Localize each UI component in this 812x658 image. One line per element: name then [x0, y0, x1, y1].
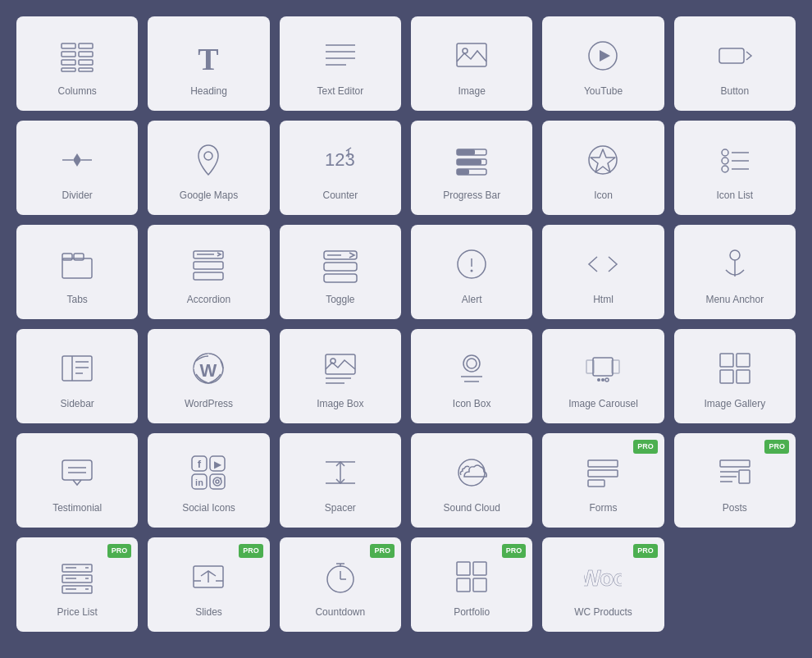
widget-card-toggle[interactable]: Toggle: [280, 225, 401, 319]
svg-rect-1: [79, 43, 93, 48]
widget-card-sidebar[interactable]: Sidebar: [16, 329, 138, 423]
sound-cloud-icon: [450, 451, 493, 494]
google-maps-icon: [187, 139, 230, 181]
portfolio-label: Portfolio: [454, 606, 490, 618]
toggle-icon: [319, 243, 362, 286]
svg-text:123: 123: [325, 149, 355, 170]
svg-marker-16: [600, 50, 610, 62]
image-carousel-icon: [582, 347, 624, 390]
widget-card-tabs[interactable]: Tabs: [16, 225, 138, 319]
svg-rect-56: [62, 356, 92, 381]
countdown-icon: [319, 555, 362, 598]
widget-card-alert[interactable]: Alert: [411, 225, 532, 319]
widget-card-wordpress[interactable]: WWordPress: [148, 329, 269, 423]
heading-icon: T: [187, 34, 230, 77]
widget-card-forms[interactable]: PROForms: [542, 433, 664, 528]
widget-card-icon-box[interactable]: Icon Box: [411, 329, 532, 423]
counter-label: Counter: [322, 190, 358, 201]
widget-card-image-carousel[interactable]: Image Carousel: [542, 329, 664, 423]
pro-badge: PRO: [502, 544, 527, 558]
widget-card-google-maps[interactable]: Google Maps: [148, 121, 269, 215]
spacer-icon: [319, 451, 362, 494]
svg-rect-40: [62, 258, 92, 278]
widget-card-progress-bar[interactable]: Progress Bar: [411, 121, 532, 215]
widget-card-wc-products[interactable]: PROWooWC Products: [542, 537, 664, 632]
svg-point-97: [458, 459, 485, 486]
svg-rect-3: [79, 52, 93, 57]
widget-card-accordion[interactable]: Accordion: [148, 225, 269, 319]
image-icon: [450, 34, 493, 77]
widget-card-social-icons[interactable]: f▶inSocial Icons: [148, 433, 269, 528]
widget-card-columns[interactable]: Columns: [16, 16, 138, 111]
widget-card-testimonial[interactable]: Testimonial: [16, 433, 138, 528]
widget-card-menu-anchor[interactable]: Menu Anchor: [674, 225, 796, 319]
svg-rect-78: [737, 354, 750, 367]
widget-card-icon-list[interactable]: Icon List: [674, 121, 796, 215]
widget-card-image-box[interactable]: Image Box: [280, 329, 401, 423]
widget-card-counter[interactable]: 123Counter: [280, 121, 401, 215]
svg-point-54: [730, 250, 740, 260]
social-icons-icon: f▶in: [187, 451, 230, 494]
svg-rect-50: [324, 274, 357, 282]
widget-card-price-list[interactable]: PROPrice List: [16, 537, 138, 632]
svg-rect-77: [720, 354, 733, 367]
forms-icon: [582, 451, 624, 494]
widget-card-divider[interactable]: Divider: [16, 121, 138, 215]
social-icons-label: Social Icons: [182, 502, 235, 514]
wordpress-label: WordPress: [185, 398, 233, 409]
pro-badge: PRO: [633, 544, 658, 558]
svg-point-53: [471, 269, 473, 272]
widget-card-heading[interactable]: THeading: [148, 16, 269, 111]
svg-rect-79: [720, 370, 733, 383]
widget-card-button[interactable]: Button: [674, 16, 796, 111]
widget-card-icon[interactable]: Icon: [542, 121, 664, 215]
svg-point-38: [722, 166, 728, 172]
widget-card-html[interactable]: Html: [542, 225, 664, 319]
svg-rect-81: [62, 460, 92, 480]
icon-list-label: Icon List: [716, 190, 753, 201]
widget-card-spacer[interactable]: Spacer: [280, 433, 401, 528]
text-editor-icon: [319, 34, 362, 77]
widget-card-countdown[interactable]: PROCountdown: [280, 537, 401, 632]
wordpress-icon: W: [187, 347, 230, 390]
sidebar-icon: [56, 347, 98, 390]
widget-card-youtube[interactable]: YouTube: [542, 16, 664, 111]
tabs-label: Tabs: [66, 294, 87, 305]
icon-box-label: Icon Box: [453, 398, 491, 409]
image-box-label: Image Box: [317, 398, 363, 409]
google-maps-label: Google Maps: [180, 190, 238, 201]
pro-badge: PRO: [370, 544, 395, 558]
toggle-label: Toggle: [326, 294, 354, 305]
html-icon: [582, 243, 624, 286]
progress-bar-label: Progress Bar: [443, 190, 500, 201]
svg-rect-71: [593, 358, 613, 376]
posts-icon: [714, 451, 756, 494]
testimonial-icon: [56, 451, 98, 494]
menu-anchor-icon: [714, 243, 756, 286]
svg-rect-123: [473, 562, 486, 575]
svg-marker-21: [73, 160, 81, 167]
svg-rect-98: [588, 460, 618, 467]
widget-card-text-editor[interactable]: Text Editor: [280, 16, 401, 111]
widget-card-posts[interactable]: PROPosts: [674, 433, 796, 528]
accordion-icon: [187, 243, 230, 286]
portfolio-icon: [450, 555, 493, 598]
svg-rect-105: [739, 470, 750, 483]
widget-card-image[interactable]: Image: [411, 16, 532, 111]
widget-card-slides[interactable]: PROSlides: [148, 537, 269, 632]
widget-card-image-gallery[interactable]: Image Gallery: [674, 329, 796, 423]
svg-text:Woo: Woo: [584, 565, 622, 591]
svg-rect-13: [457, 43, 486, 66]
svg-point-14: [463, 48, 468, 53]
image-gallery-label: Image Gallery: [704, 398, 765, 409]
widget-card-portfolio[interactable]: PROPortfolio: [411, 537, 532, 632]
widget-card-sound-cloud[interactable]: Sound Cloud: [411, 433, 532, 528]
icon-list-icon: [714, 139, 756, 181]
svg-rect-5: [79, 60, 93, 65]
price-list-icon: [56, 555, 98, 598]
heading-label: Heading: [190, 85, 227, 97]
svg-rect-100: [588, 480, 604, 487]
svg-text:▶: ▶: [214, 459, 222, 469]
image-gallery-icon: [714, 347, 756, 390]
svg-rect-29: [457, 159, 481, 165]
